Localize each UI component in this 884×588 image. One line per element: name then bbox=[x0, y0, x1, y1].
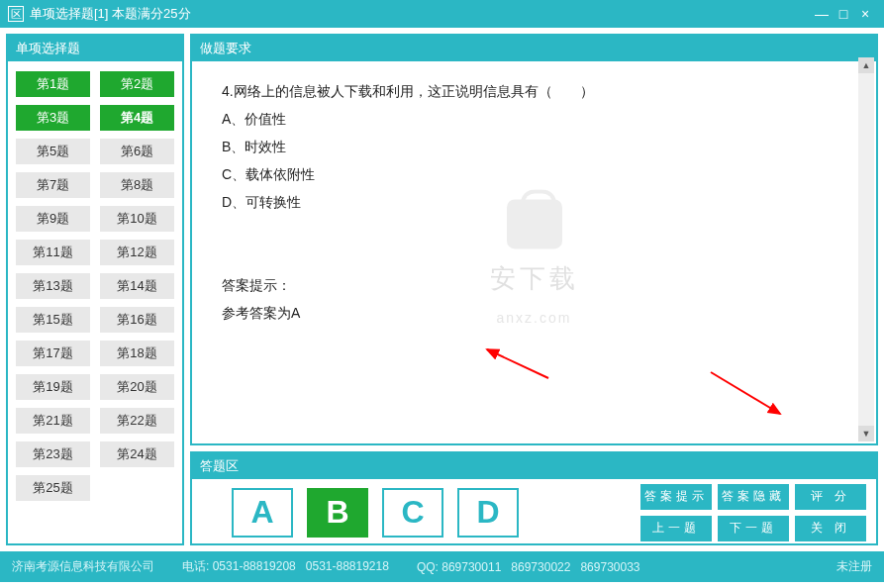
choice-b[interactable]: B bbox=[307, 488, 368, 538]
close-button[interactable]: × bbox=[854, 6, 876, 22]
question-button-16[interactable]: 第16题 bbox=[100, 307, 174, 333]
company-name: 济南考源信息科技有限公司 bbox=[12, 558, 154, 575]
question-list-title: 单项选择题 bbox=[8, 36, 182, 61]
requirement-panel: 做题要求 4.网络上的信息被人下载和利用，这正说明信息具有（ ） A、价值性 B… bbox=[190, 34, 878, 445]
scrollbar[interactable]: ▲ ▼ bbox=[858, 57, 874, 441]
question-button-18[interactable]: 第18题 bbox=[100, 341, 174, 366]
choice-c[interactable]: C bbox=[382, 488, 443, 538]
choice-d[interactable]: D bbox=[457, 488, 519, 538]
question-button-10[interactable]: 第10题 bbox=[100, 206, 174, 232]
question-list-panel: 单项选择题 第1题第2题第3题第4题第5题第6题第7题第8题第9题第10题第11… bbox=[6, 34, 184, 545]
answer-panel: 答题区 ABCD 答案提示 答案隐藏 评 分 上一题 下一题 关 闭 bbox=[190, 451, 878, 545]
question-button-11[interactable]: 第11题 bbox=[16, 240, 90, 265]
question-button-17[interactable]: 第17题 bbox=[16, 341, 90, 366]
question-button-5[interactable]: 第5题 bbox=[16, 139, 90, 164]
score-button[interactable]: 评 分 bbox=[795, 484, 866, 510]
option-d: D、可转换性 bbox=[222, 188, 846, 216]
option-b: B、时效性 bbox=[222, 133, 846, 160]
register-status: 未注册 bbox=[836, 558, 872, 575]
question-button-24[interactable]: 第24题 bbox=[100, 441, 174, 467]
question-button-9[interactable]: 第9题 bbox=[16, 206, 90, 232]
scroll-down-icon[interactable]: ▼ bbox=[858, 426, 874, 441]
tel-info: 电话: 0531-88819208 0531-88819218 bbox=[182, 558, 389, 575]
window-title: 单项选择题[1] 本题满分25分 bbox=[30, 5, 191, 23]
prev-button[interactable]: 上一题 bbox=[640, 516, 712, 541]
option-c: C、载体依附性 bbox=[222, 160, 846, 188]
qq-info: QQ: 869730011 869730022 869730033 bbox=[417, 560, 640, 574]
question-button-20[interactable]: 第20题 bbox=[100, 374, 174, 400]
close-panel-button[interactable]: 关 闭 bbox=[795, 516, 866, 541]
question-button-2[interactable]: 第2题 bbox=[100, 71, 174, 97]
option-a: A、价值性 bbox=[222, 105, 846, 133]
question-text: 4.网络上的信息被人下载和利用，这正说明信息具有（ ） bbox=[222, 77, 846, 105]
question-button-19[interactable]: 第19题 bbox=[16, 374, 90, 400]
app-icon: 区 bbox=[8, 6, 24, 22]
question-button-15[interactable]: 第15题 bbox=[16, 307, 90, 333]
question-button-8[interactable]: 第8题 bbox=[100, 172, 174, 198]
question-button-13[interactable]: 第13题 bbox=[16, 273, 90, 299]
question-button-14[interactable]: 第14题 bbox=[100, 273, 174, 299]
svg-line-0 bbox=[487, 349, 548, 378]
minimize-button[interactable]: — bbox=[811, 6, 833, 22]
question-button-23[interactable]: 第23题 bbox=[16, 441, 90, 467]
maximize-button[interactable]: □ bbox=[833, 6, 854, 22]
question-button-22[interactable]: 第22题 bbox=[100, 408, 174, 434]
choice-a[interactable]: A bbox=[232, 488, 293, 538]
status-bar: 济南考源信息科技有限公司 电话: 0531-88819208 0531-8881… bbox=[0, 551, 884, 582]
annotation-arrow-icon bbox=[479, 343, 558, 383]
question-button-1[interactable]: 第1题 bbox=[16, 71, 90, 97]
hint-answer: 参考答案为A bbox=[222, 299, 846, 327]
question-button-6[interactable]: 第6题 bbox=[100, 139, 174, 164]
question-button-7[interactable]: 第7题 bbox=[16, 172, 90, 198]
question-button-4[interactable]: 第4题 bbox=[100, 105, 174, 131]
question-button-25[interactable]: 第25题 bbox=[16, 475, 90, 501]
requirement-title: 做题要求 bbox=[192, 36, 876, 61]
answer-panel-title: 答题区 bbox=[192, 453, 876, 479]
hint-label: 答案提示： bbox=[222, 271, 846, 299]
question-button-3[interactable]: 第3题 bbox=[16, 105, 90, 131]
show-answer-button[interactable]: 答案提示 bbox=[640, 484, 712, 510]
question-button-21[interactable]: 第21题 bbox=[16, 408, 90, 434]
scroll-up-icon[interactable]: ▲ bbox=[858, 57, 874, 73]
next-button[interactable]: 下一题 bbox=[718, 516, 789, 541]
title-bar: 区 单项选择题[1] 本题满分25分 — □ × bbox=[0, 0, 884, 28]
question-button-12[interactable]: 第12题 bbox=[100, 240, 174, 265]
hide-answer-button[interactable]: 答案隐藏 bbox=[718, 484, 789, 510]
